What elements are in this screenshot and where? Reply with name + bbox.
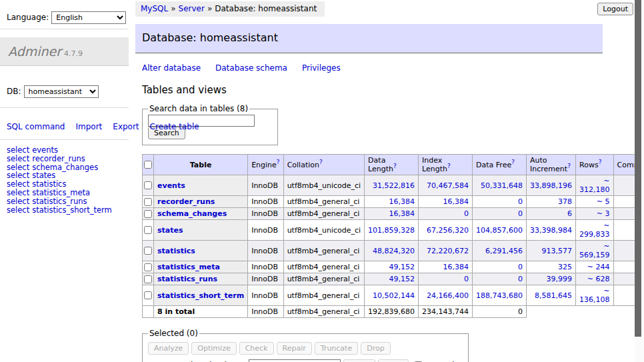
rows-count-link[interactable]: ~ 3 <box>597 209 610 218</box>
copy-button[interactable]: Copy <box>378 359 409 362</box>
row-checkbox[interactable] <box>144 275 152 283</box>
data-length-link[interactable]: 101,859,328 <box>368 226 415 235</box>
rows-count-link[interactable]: ~ 5 <box>597 197 610 206</box>
index-length-link[interactable]: 16,384 <box>443 197 469 206</box>
help-icon[interactable]: ? <box>567 163 571 169</box>
data-free-link[interactable]: 50,331,648 <box>481 181 523 190</box>
scrollbar-thumb[interactable] <box>635 0 641 337</box>
export-link[interactable]: Export <box>113 122 139 131</box>
select-all-checkbox[interactable] <box>144 161 152 169</box>
logout-button[interactable]: Logout <box>597 3 633 15</box>
data-length-link[interactable]: 16,384 <box>389 209 415 218</box>
alter-database-link[interactable]: Alter database <box>142 63 201 73</box>
index-length-link[interactable]: 67,256,320 <box>427 226 469 235</box>
drop-button[interactable]: Drop <box>361 342 390 355</box>
db-select[interactable]: homeassistant <box>24 85 99 98</box>
optimize-button[interactable]: Optimize <box>191 342 236 355</box>
auto-increment-link[interactable]: 378 <box>558 197 572 206</box>
data-free-link[interactable]: 6,291,456 <box>485 247 523 255</box>
move-button[interactable]: Move <box>343 359 375 362</box>
select-link[interactable]: select <box>7 188 29 197</box>
rows-count-link[interactable]: ~ 244 <box>587 263 610 271</box>
rows-count-link[interactable]: ~ 136,108 <box>579 287 610 304</box>
collation-cell: utf8mb4_general_ci <box>283 285 364 306</box>
data-free-link[interactable]: 188,743,680 <box>476 291 523 300</box>
data-length-link[interactable]: 31,522,816 <box>373 181 415 190</box>
language-select[interactable]: English <box>51 11 126 24</box>
data-length-link[interactable]: 16,384 <box>389 197 415 206</box>
rows-count-link[interactable]: ~ 569,159 <box>579 242 610 259</box>
repair-button[interactable]: Repair <box>277 342 312 355</box>
select-link[interactable]: select <box>7 205 29 215</box>
row-checkbox[interactable] <box>144 291 152 299</box>
breadcrumb-mysql-link[interactable]: MySQL <box>141 4 168 13</box>
data-free-link[interactable]: 0 <box>518 197 523 206</box>
help-icon[interactable]: ? <box>511 159 515 165</box>
table-name-link[interactable]: statistics_meta <box>157 263 220 271</box>
rows-count-link[interactable]: ~ 312,180 <box>579 177 610 194</box>
select-link[interactable]: select <box>7 197 29 206</box>
row-checkbox[interactable] <box>144 247 152 255</box>
data-free-cell: 188,743,680 <box>473 285 527 306</box>
auto-increment-link[interactable]: 39,999 <box>547 275 573 283</box>
data-length-link[interactable]: 49,152 <box>389 275 415 283</box>
index-length-link[interactable]: 70,467,584 <box>427 181 469 190</box>
index-length-link[interactable]: 0 <box>464 209 469 218</box>
table-name-link[interactable]: statistics_runs <box>157 275 217 283</box>
help-icon[interactable]: ? <box>447 163 451 169</box>
index-length-link[interactable]: 0 <box>464 275 469 283</box>
row-checkbox[interactable] <box>144 210 152 218</box>
select-link[interactable]: select <box>7 154 29 163</box>
table-name-link[interactable]: schema_changes <box>157 209 227 218</box>
sidebar-table-name-link[interactable]: recorder_runs <box>32 154 85 163</box>
data-free-link[interactable]: 0 <box>518 209 523 218</box>
collation-cell: utf8mb4_unicode_ci <box>283 175 364 196</box>
auto-increment-link[interactable]: 325 <box>558 263 572 271</box>
data-free-link[interactable]: 0 <box>518 275 523 283</box>
analyze-button[interactable]: Analyze <box>148 342 189 355</box>
row-checkbox[interactable] <box>144 181 152 189</box>
import-link[interactable]: Import <box>75 122 102 131</box>
auto-increment-link[interactable]: 33,398,984 <box>530 226 572 235</box>
row-checkbox[interactable] <box>144 263 152 271</box>
table-name-link[interactable]: statistics <box>157 247 195 255</box>
table-name-link[interactable]: statistics_short_term <box>157 291 244 300</box>
table-name-cell: statistics <box>154 241 248 261</box>
create-table-link-sidebar[interactable]: Create table <box>150 122 199 131</box>
data-free-link[interactable]: 0 <box>518 263 523 271</box>
help-icon[interactable]: ? <box>277 159 280 165</box>
check-button[interactable]: Check <box>239 342 274 355</box>
table-name-link[interactable]: recorder_runs <box>157 197 215 206</box>
auto-increment-link[interactable]: 8,581,645 <box>535 291 572 300</box>
sidebar-table-name-link[interactable]: statistics_runs <box>32 197 87 206</box>
database-schema-link[interactable]: Database schema <box>215 63 287 73</box>
data-free-link[interactable]: 104,857,600 <box>476 226 523 235</box>
auto-increment-link[interactable]: 913,577 <box>542 247 573 255</box>
sidebar-table-name-link[interactable]: statistics_short_term <box>32 205 112 215</box>
truncate-button[interactable]: Truncate <box>315 342 358 355</box>
table-name-link[interactable]: states <box>157 226 183 235</box>
help-icon[interactable]: ? <box>393 163 397 169</box>
sql-command-link[interactable]: SQL command <box>7 122 65 131</box>
sidebar-table-name-link[interactable]: statistics_meta <box>32 188 90 197</box>
data-length-link[interactable]: 10,502,144 <box>373 291 415 300</box>
rows-count-link[interactable]: ~ 628 <box>587 275 610 283</box>
data-length-link[interactable]: 49,152 <box>389 263 415 271</box>
move-db-select[interactable]: homeassistant <box>249 359 341 362</box>
index-length-link[interactable]: 72,220,672 <box>427 247 469 255</box>
sidebar-table-name-link[interactable]: events <box>32 145 58 155</box>
help-icon[interactable]: ? <box>319 159 323 165</box>
index-length-link[interactable]: 24,166,400 <box>427 291 469 300</box>
privileges-link[interactable]: Privileges <box>302 63 341 73</box>
rows-count-link[interactable]: ~ 299,833 <box>579 221 610 239</box>
row-checkbox[interactable] <box>144 226 152 234</box>
select-link[interactable]: select <box>7 145 29 155</box>
row-checkbox[interactable] <box>144 198 152 206</box>
auto-increment-link[interactable]: 33,898,196 <box>530 181 572 190</box>
index-length-link[interactable]: 16,384 <box>443 263 469 271</box>
table-name-link[interactable]: events <box>157 181 185 190</box>
auto-increment-link[interactable]: 6 <box>567 209 572 218</box>
data-length-link[interactable]: 48,824,320 <box>373 247 415 255</box>
help-icon[interactable]: ? <box>599 159 602 165</box>
breadcrumb-server-link[interactable]: Server <box>179 4 205 13</box>
